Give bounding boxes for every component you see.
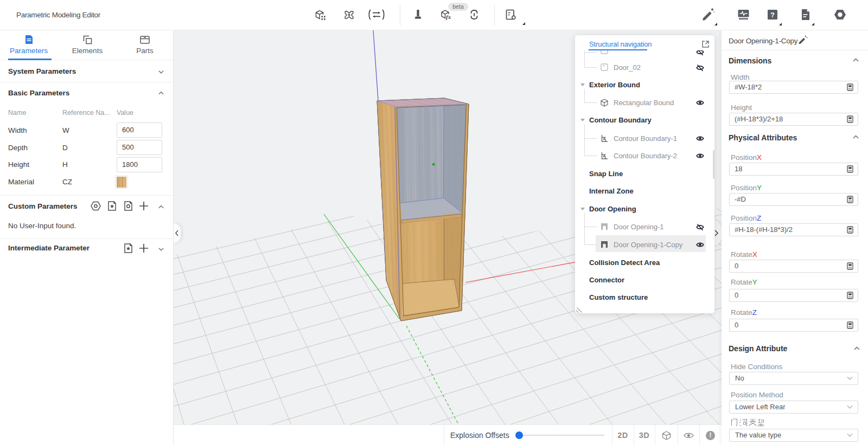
svg-text:?: ? xyxy=(770,11,775,19)
